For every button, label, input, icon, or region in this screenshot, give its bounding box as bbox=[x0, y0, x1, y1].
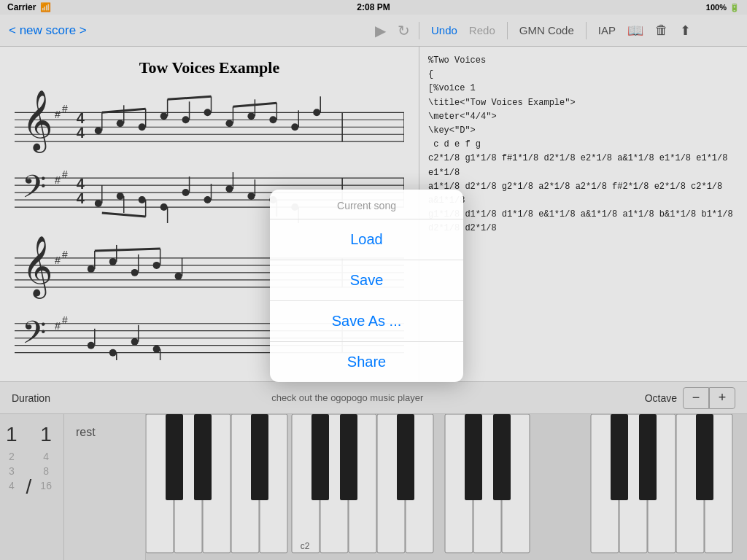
menu-item-share[interactable]: Share bbox=[270, 342, 463, 382]
menu-item-load[interactable]: Load bbox=[270, 219, 463, 260]
menu-item-save-as[interactable]: Save As ... bbox=[270, 301, 463, 342]
menu-header: Current song bbox=[270, 190, 463, 219]
context-menu: Current song Load Save Save As ... Share bbox=[270, 190, 463, 382]
menu-item-save[interactable]: Save bbox=[270, 260, 463, 301]
